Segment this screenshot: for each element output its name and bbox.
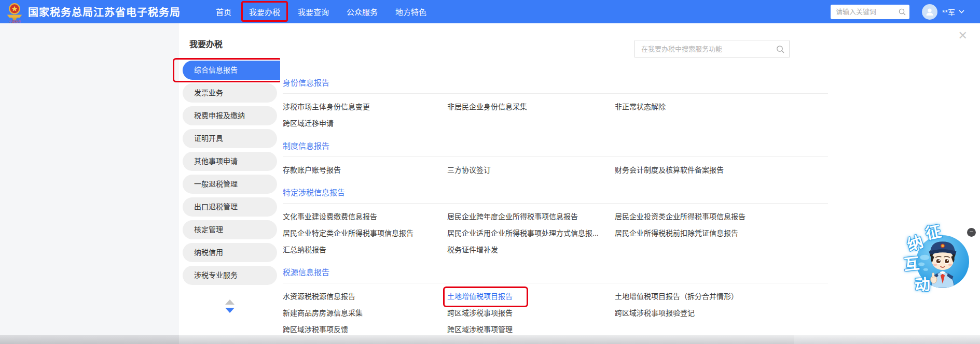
menu-link[interactable]: 涉税市场主体身份信息变更: [283, 102, 370, 112]
nav-item[interactable]: 首页: [216, 6, 231, 17]
menu-link[interactable]: 新建商品房房源信息采集: [283, 308, 363, 318]
menu-link[interactable]: 汇总纳税报告: [283, 245, 326, 255]
section-items: 涉税市场主体身份信息变更非居民企业身份信息采集非正常状态解除跨区域迁移申请: [283, 102, 980, 128]
site-title: 国家税务总局江苏省电子税务局: [28, 4, 181, 19]
mega-menu-panel: ✕ 身份信息报告涉税市场主体身份信息变更非居民企业身份信息采集非正常状态解除跨区…: [280, 23, 980, 335]
nav-item[interactable]: 公众服务: [347, 6, 378, 17]
menu-link[interactable]: 税务证件增补发: [447, 245, 498, 255]
scrollbar-segment: [794, 335, 980, 344]
horizontal-scrollbar[interactable]: [0, 335, 980, 344]
menu-link-highlighted[interactable]: 土地增值税项目报告: [447, 292, 513, 302]
chevron-down-icon[interactable]: [959, 10, 964, 13]
nav-item[interactable]: 我要查询: [298, 6, 329, 17]
main-nav: 首页我要办税我要查询公众服务地方特色: [216, 6, 426, 17]
section-divider: [283, 283, 828, 283]
sidebar-title: 我要办税: [189, 37, 280, 50]
header-search: [831, 5, 909, 19]
section-title: 制度信息报告: [283, 141, 980, 151]
nav-item[interactable]: 我要办税: [249, 6, 280, 17]
section-items: 文化事业建设费缴费信息报告居民企业跨年度企业所得税事项信息报告居民企业投资类企业…: [283, 212, 980, 255]
menu-link[interactable]: 财务会计制度及核算软件备案报告: [615, 165, 724, 175]
sidebar-item[interactable]: 核定管理: [183, 220, 277, 239]
search-icon: [776, 45, 784, 53]
sidebar-item[interactable]: 涉税专业服务: [183, 266, 277, 285]
person-icon: [924, 7, 935, 17]
scroll-down-icon[interactable]: [225, 308, 234, 313]
scrollbar-segment: [0, 335, 179, 344]
sidebar-item-selected[interactable]: 综合信息报告: [183, 61, 280, 80]
logo-caption: 中国税务: [8, 20, 21, 23]
tax-assistant-widget[interactable]: 征 纳 互 动 −: [904, 227, 977, 316]
menu-link[interactable]: 居民企业特定类企业所得税事项信息报告: [283, 228, 413, 238]
close-icon[interactable]: ✕: [958, 30, 968, 41]
sidebar-item[interactable]: 出口退税管理: [183, 197, 277, 217]
username[interactable]: **军: [942, 7, 955, 17]
page-backdrop: [0, 23, 179, 335]
assistant-label-char: 征: [924, 223, 943, 242]
section-divider: [283, 93, 828, 94]
section-divider: [283, 156, 828, 157]
section-divider: [283, 203, 828, 204]
menu-search-input[interactable]: [635, 40, 789, 58]
tax-bureau-logo-icon: 中国税务: [5, 1, 24, 24]
sidebar-item[interactable]: 一般退税管理: [183, 175, 277, 194]
assistant-label-char: 动: [914, 277, 931, 293]
menu-link[interactable]: 非居民企业身份信息采集: [447, 102, 527, 112]
menu-section: 税源信息报告水资源税税源信息报告土地增值税项目报告土地增值税项目报告（拆分合并情…: [283, 267, 980, 335]
nav-item[interactable]: 地方特色: [395, 6, 426, 17]
menu-link[interactable]: 跨区域涉税事项反馈: [283, 325, 348, 335]
menu-link[interactable]: 存款账户账号报告: [283, 165, 341, 175]
menu-link[interactable]: 水资源税税源信息报告: [283, 292, 355, 302]
menu-section: 制度信息报告存款账户账号报告三方协议签订财务会计制度及核算软件备案报告: [283, 141, 980, 175]
top-header: 中国税务 国家税务总局江苏省电子税务局 首页我要办税我要查询公众服务地方特色 *…: [0, 0, 980, 23]
menu-link[interactable]: 跨区域涉税事项报验登记: [615, 308, 695, 318]
header-search-input[interactable]: [831, 5, 909, 19]
menu-link[interactable]: 土地增值税项目报告（拆分合并情形）: [615, 292, 738, 302]
menu-section: 特定涉税信息报告文化事业建设费缴费信息报告居民企业跨年度企业所得税事项信息报告居…: [283, 188, 980, 255]
menu-section: 身份信息报告涉税市场主体身份信息变更非居民企业身份信息采集非正常状态解除跨区域迁…: [283, 78, 980, 128]
sidebar-item[interactable]: 证明开具: [183, 129, 277, 148]
section-items: 存款账户账号报告三方协议签订财务会计制度及核算软件备案报告: [283, 165, 980, 175]
menu-link[interactable]: 跨区域涉税事项管理: [447, 325, 513, 335]
menu-link[interactable]: 跨区域涉税事项报告: [447, 308, 513, 318]
sidebar-item[interactable]: 发票业务: [183, 83, 277, 103]
section-title: 身份信息报告: [283, 78, 980, 88]
menu-link[interactable]: 居民企业投资类企业所得税事项信息报告: [615, 212, 746, 222]
menu-link[interactable]: 居民企业跨年度企业所得税事项信息报告: [447, 212, 578, 222]
sidebar-pager: [179, 299, 280, 313]
menu-link[interactable]: 非正常状态解除: [615, 102, 666, 112]
sidebar-item[interactable]: 税费申报及缴纳: [183, 106, 277, 125]
scrollbar-thumb[interactable]: [179, 335, 794, 344]
section-items: 水资源税税源信息报告土地增值税项目报告土地增值税项目报告（拆分合并情形）新建商品…: [283, 292, 980, 335]
sidebar-item[interactable]: 其他事项申请: [183, 152, 277, 171]
minimize-assistant-button[interactable]: −: [967, 228, 976, 237]
menu-link[interactable]: 跨区域迁移申请: [283, 119, 334, 128]
menu-link[interactable]: 居民企业适用企业所得税事项处理方式信息报...: [447, 228, 599, 238]
menu-search: [634, 40, 790, 58]
search-icon: [899, 8, 906, 16]
assistant-label-char: 互: [903, 256, 920, 273]
section-title: 特定涉税信息报告: [283, 188, 980, 198]
menu-sections: 身份信息报告涉税市场主体身份信息变更非居民企业身份信息采集非正常状态解除跨区域迁…: [283, 78, 980, 344]
menu-link[interactable]: 居民企业所得税税前扣除凭证信息报告: [615, 228, 738, 238]
user-avatar[interactable]: [922, 4, 937, 20]
sidebar-item[interactable]: 纳税信用: [183, 243, 277, 262]
page: 中国税务 国家税务总局江苏省电子税务局 首页我要办税我要查询公众服务地方特色 *…: [0, 0, 980, 344]
menu-link[interactable]: 文化事业建设费缴费信息报告: [283, 212, 377, 222]
menu-link[interactable]: 三方协议签订: [447, 165, 491, 175]
sidebar-item-list: 综合信息报告发票业务税费申报及缴纳证明开具其他事项申请一般退税管理出口退税管理核…: [179, 61, 280, 285]
scroll-up-icon[interactable]: [225, 299, 234, 305]
section-title: 税源信息报告: [283, 267, 980, 278]
sidebar: 我要办税 综合信息报告发票业务税费申报及缴纳证明开具其他事项申请一般退税管理出口…: [179, 23, 280, 335]
